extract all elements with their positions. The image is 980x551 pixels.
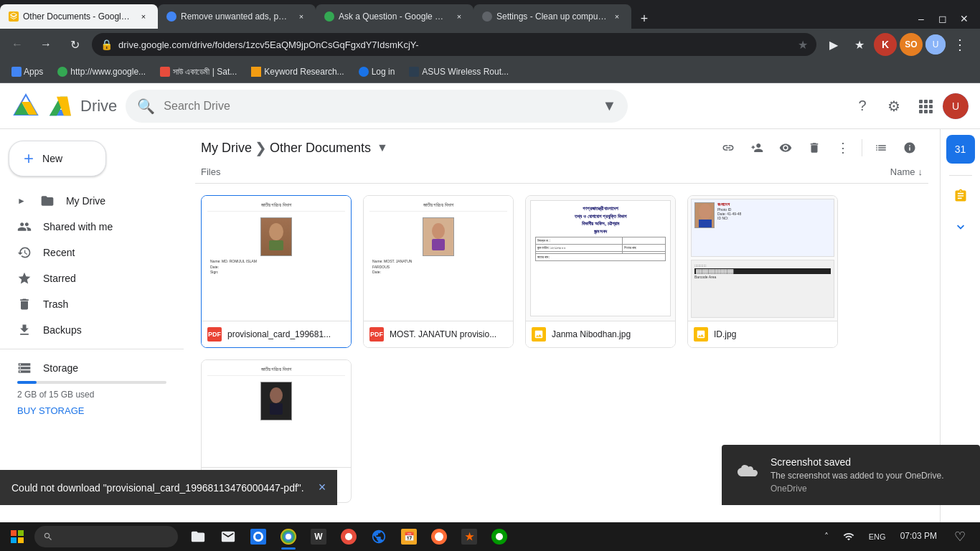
start-button[interactable]: [0, 522, 34, 551]
file-card-1[interactable]: জাতীয় পরিচয় বিভাগ Name: MD. ROMIJUL IS…: [201, 195, 352, 348]
taskbar-clock[interactable]: 07:03 PM: [895, 528, 943, 545]
settings-button[interactable]: ⚙: [880, 92, 908, 121]
bookmark-keyword[interactable]: Keyword Research...: [245, 65, 349, 78]
taskbar-app-1[interactable]: [244, 522, 273, 551]
new-tab-button[interactable]: +: [634, 9, 654, 29]
notification-button[interactable]: ♡: [946, 522, 974, 551]
tab-3[interactable]: Ask a Question - Google Drive H ×: [316, 4, 473, 29]
taskbar-app-files[interactable]: [184, 522, 212, 551]
search-bar[interactable]: 🔍 ▼: [126, 90, 628, 123]
taskbar-app-mail[interactable]: [214, 522, 242, 551]
add-person-button[interactable]: [744, 135, 770, 161]
taskbar-search-bar[interactable]: [34, 526, 178, 547]
taskbar-app-3[interactable]: [334, 522, 363, 551]
taskbar-app-8[interactable]: [485, 522, 514, 551]
drive-button-right[interactable]: [946, 213, 975, 242]
taskbar-app-4[interactable]: [364, 522, 393, 551]
buy-storage-button[interactable]: BUY STORAGE: [17, 405, 166, 416]
file-card-3[interactable]: গণপ্রজাতন্ত্রী বাংলাদেশতথ্য ও যোগাযোগ প্…: [525, 195, 676, 348]
thumb-header-5: জাতীয় পরিচয় বিভাগ: [207, 366, 345, 376]
taskbar-app-7[interactable]: ★: [455, 522, 484, 551]
list-view-button[interactable]: [868, 135, 894, 161]
user-profile-k[interactable]: K: [874, 33, 897, 56]
bookmark-asus[interactable]: ASUS Wireless Rout...: [403, 65, 514, 78]
user-profile-so[interactable]: SO: [900, 33, 923, 56]
show-hidden-button[interactable]: ˄: [819, 529, 834, 545]
taskbar-app-6[interactable]: [425, 522, 453, 551]
bookmark-keyword-label: Keyword Research...: [264, 67, 344, 77]
file-card-4[interactable]: বাংলাদেশ Photo ID Date: 41-49-48 ID NO: …: [687, 195, 838, 348]
tab-title-1: Other Documents - Google Drive: [23, 11, 133, 22]
svg-rect-16: [432, 239, 445, 250]
taskbar: W 📅 ★ ˄: [0, 522, 980, 551]
sidebar-item-shared[interactable]: Shared with me: [0, 214, 172, 240]
right-divider-1: [949, 175, 972, 176]
list-view-icon: [875, 141, 887, 154]
link-button[interactable]: [715, 135, 741, 161]
forward-button[interactable]: →: [34, 33, 57, 56]
menu-button[interactable]: ⋮: [948, 33, 971, 56]
bookmark-login-label: Log in: [372, 67, 395, 77]
delete-button[interactable]: [801, 135, 827, 161]
restore-button[interactable]: ◻: [933, 9, 953, 29]
tab-4[interactable]: Settings - Clean up computer ×: [473, 4, 631, 29]
taskbar-app-5[interactable]: 📅: [395, 522, 423, 551]
tab-1[interactable]: Other Documents - Google Drive ×: [0, 4, 158, 29]
storage-label[interactable]: Storage: [17, 361, 166, 375]
profile-avatar[interactable]: U: [925, 34, 946, 55]
search-input[interactable]: [164, 100, 593, 113]
my-drive-expand-arrow[interactable]: ►: [17, 196, 26, 206]
wifi-icon[interactable]: [837, 528, 860, 545]
asus-favicon: [409, 67, 419, 77]
file-name-2: MOST. JANATUN provisio...: [390, 329, 507, 339]
bookmark-apps[interactable]: Apps: [6, 65, 49, 78]
language-indicator[interactable]: ENG: [863, 529, 892, 544]
help-button[interactable]: ?: [848, 92, 877, 121]
tab-close-2[interactable]: ×: [296, 11, 307, 22]
taskbar-app-chrome: [250, 529, 266, 545]
tasks-button[interactable]: [946, 182, 975, 210]
taskbar-app-2[interactable]: W: [304, 522, 333, 551]
bookmark-google[interactable]: http://www.google...: [52, 65, 151, 78]
breadcrumb-root[interactable]: My Drive: [201, 141, 252, 156]
toast-close-button[interactable]: ×: [319, 480, 326, 495]
minimize-button[interactable]: –: [911, 9, 931, 29]
search-dropdown-arrow[interactable]: ▼: [603, 98, 617, 114]
reload-button[interactable]: ↻: [63, 33, 86, 56]
calendar-button[interactable]: 31: [946, 135, 975, 164]
bookmark-icon[interactable]: ★: [848, 33, 871, 56]
sidebar-item-trash[interactable]: Trash: [0, 291, 172, 317]
breadcrumb-dropdown-arrow[interactable]: ▼: [377, 141, 388, 154]
breadcrumb-separator: ❯: [255, 139, 267, 156]
tab-close-4[interactable]: ×: [611, 11, 623, 22]
tab-close-1[interactable]: ×: [138, 11, 149, 22]
onedrive-notification: Screenshot saved The screenshot was adde…: [722, 445, 980, 505]
taskbar-app-5-icon: 📅: [401, 529, 417, 545]
sort-button[interactable]: Name ↓: [890, 166, 923, 177]
info-button[interactable]: [897, 135, 923, 161]
tab-close-3[interactable]: ×: [453, 11, 465, 22]
close-window-button[interactable]: ✕: [954, 9, 974, 29]
more-options-button[interactable]: ⋮: [830, 135, 856, 161]
preview-button[interactable]: [773, 135, 798, 161]
browser-chrome: Other Documents - Google Drive × Remove …: [0, 0, 980, 83]
sidebar-item-starred[interactable]: Starred: [0, 265, 172, 291]
url-bar-star[interactable]: ★: [798, 38, 808, 52]
file-card-2[interactable]: জাতীয় পরিচয় বিভাগ Name: MOST. JANATUN: [363, 195, 514, 348]
apps-grid-button[interactable]: [911, 92, 940, 121]
bookmark-login[interactable]: Log in: [353, 65, 401, 78]
url-bar[interactable]: 🔒 drive.google.com/drive/folders/1zcv5Ea…: [92, 33, 816, 56]
tab-2[interactable]: Remove unwanted ads, pop-ups ×: [158, 4, 316, 29]
svg-rect-7: [919, 105, 923, 108]
file-type-icon-3: [532, 327, 546, 342]
cast-icon[interactable]: ▶: [822, 33, 845, 56]
back-button[interactable]: ←: [6, 33, 29, 56]
bookmark-sat[interactable]: সাউ একাডেমী | Sat...: [154, 65, 242, 78]
drive-profile-avatar[interactable]: U: [943, 93, 969, 119]
sidebar-item-backups[interactable]: Backups: [0, 317, 172, 343]
sidebar-item-recent[interactable]: Recent: [0, 240, 172, 265]
taskbar-app-chrome-active[interactable]: [274, 522, 303, 551]
sidebar-item-my-drive[interactable]: ► My Drive: [0, 188, 172, 214]
new-button[interactable]: + New: [9, 141, 106, 176]
svg-rect-23: [11, 537, 17, 543]
